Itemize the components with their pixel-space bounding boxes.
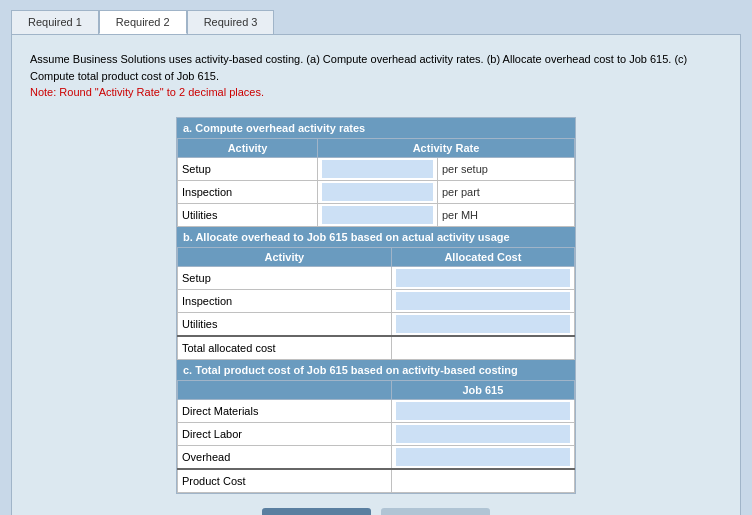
activity-setup: Setup — [178, 157, 318, 180]
main-container: Required 1 Required 2 Required 3 Assume … — [11, 10, 741, 515]
table-row: Inspection — [178, 289, 575, 312]
setup-unit: per setup — [438, 157, 575, 180]
c-direct-materials-input[interactable] — [396, 402, 570, 420]
c-product-cost-cell[interactable] — [391, 469, 574, 493]
b-total-label: Total allocated cost — [178, 336, 392, 360]
section-b-header: b. Allocate overhead to Job 615 based on… — [177, 227, 575, 247]
inspection-unit: per part — [438, 180, 575, 203]
section-c-job615: Job 615 — [391, 380, 574, 399]
section-a-col1: Activity — [178, 138, 318, 157]
c-overhead-cell[interactable] — [391, 445, 574, 469]
setup-rate-cell[interactable] — [318, 157, 438, 180]
prev-button[interactable]: < Required 2 — [262, 508, 371, 516]
tab-required3[interactable]: Required 3 — [187, 10, 275, 34]
b-inspection-cost-input[interactable] — [396, 292, 570, 310]
c-direct-materials: Direct Materials — [178, 399, 392, 422]
inspection-rate-input[interactable] — [322, 183, 433, 201]
table-row: Direct Materials — [178, 399, 575, 422]
section-c-col1 — [178, 380, 392, 399]
table-row: Direct Labor — [178, 422, 575, 445]
tab-required1[interactable]: Required 1 — [11, 10, 99, 34]
instruction-note: Note: Round "Activity Rate" to 2 decimal… — [30, 86, 264, 98]
section-a-col2: Activity Rate — [318, 138, 575, 157]
section-b-col2: Allocated Cost — [391, 247, 574, 266]
inspection-rate-cell[interactable] — [318, 180, 438, 203]
b-utilities-cost-input[interactable] — [396, 315, 570, 333]
table-row: Setup per setup — [178, 157, 575, 180]
tab-required2[interactable]: Required 2 — [99, 10, 187, 34]
section-c-table: Job 615 Direct Materials Direct Labor Ov… — [177, 380, 575, 493]
section-b-table: Activity Allocated Cost Setup Inspection… — [177, 247, 575, 360]
b-total-cell[interactable] — [391, 336, 574, 360]
utilities-unit: per MH — [438, 203, 575, 226]
b-utilities-cost-cell[interactable] — [391, 312, 574, 336]
table-row: Setup — [178, 266, 575, 289]
c-overhead: Overhead — [178, 445, 392, 469]
c-direct-materials-cell[interactable] — [391, 399, 574, 422]
section-a-table: Activity Activity Rate Setup per setup I… — [177, 138, 575, 227]
content-area: Assume Business Solutions uses activity-… — [11, 34, 741, 515]
instruction-main: Assume Business Solutions uses activity-… — [30, 53, 687, 82]
section-c-header: c. Total product cost of Job 615 based o… — [177, 360, 575, 380]
setup-rate-input[interactable] — [322, 160, 433, 178]
b-setup-cost-cell[interactable] — [391, 266, 574, 289]
table-row: Utilities — [178, 312, 575, 336]
c-product-cost: Product Cost — [178, 469, 392, 493]
table-container: a. Compute overhead activity rates Activ… — [176, 117, 576, 494]
c-direct-labor-input[interactable] — [396, 425, 570, 443]
table-row-total: Total allocated cost — [178, 336, 575, 360]
section-a-header: a. Compute overhead activity rates — [177, 118, 575, 138]
b-activity-setup: Setup — [178, 266, 392, 289]
instruction-box: Assume Business Solutions uses activity-… — [22, 45, 730, 107]
b-activity-utilities: Utilities — [178, 312, 392, 336]
utilities-rate-cell[interactable] — [318, 203, 438, 226]
table-row-total: Product Cost — [178, 469, 575, 493]
table-row: Overhead — [178, 445, 575, 469]
b-inspection-cost-cell[interactable] — [391, 289, 574, 312]
table-row: Utilities per MH — [178, 203, 575, 226]
c-product-cost-input[interactable] — [396, 472, 570, 490]
table-row: Inspection per part — [178, 180, 575, 203]
b-activity-inspection: Inspection — [178, 289, 392, 312]
utilities-rate-input[interactable] — [322, 206, 433, 224]
activity-inspection: Inspection — [178, 180, 318, 203]
tabs: Required 1 Required 2 Required 3 — [11, 10, 741, 34]
next-button[interactable]: Required 3 > — [381, 508, 490, 516]
b-setup-cost-input[interactable] — [396, 269, 570, 287]
c-direct-labor-cell[interactable] — [391, 422, 574, 445]
c-direct-labor: Direct Labor — [178, 422, 392, 445]
c-overhead-input[interactable] — [396, 448, 570, 466]
button-area: < Required 2 Required 3 > — [22, 508, 730, 516]
b-total-input[interactable] — [396, 339, 570, 357]
section-b-col1: Activity — [178, 247, 392, 266]
activity-utilities: Utilities — [178, 203, 318, 226]
